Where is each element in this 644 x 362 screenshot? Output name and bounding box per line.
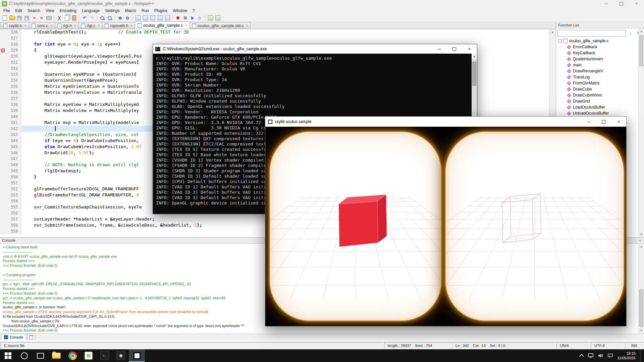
network-icon[interactable] [588,353,593,358]
menu-window[interactable]: Window [170,8,190,14]
macro-playback-icon[interactable] [189,15,196,21]
console-tab[interactable]: Console [1,334,26,340]
status-insert-mode[interactable]: INS [625,342,644,349]
tab-close-icon[interactable]: × [98,24,100,27]
function-list-item-DrawCube[interactable]: DrawCube [556,86,644,92]
function-list-item-ErrorCallback[interactable]: ErrorCallback [556,44,644,50]
zoom-out-icon[interactable]: ⊖ [124,15,131,21]
doc-panel-tab[interactable] [27,334,35,340]
function-list-item-LoadOculusBuffer[interactable]: LoadOculusBuffer [556,104,644,110]
function-list-item-UnloadOculusBuffer[interactable]: UnloadOculusBuffer [556,110,644,116]
tab-core.c[interactable]: core.c× [29,22,55,29]
console-scrollbar-thumb[interactable] [639,289,643,327]
code-line-326[interactable]: 326 rlEnableDepthTest(); // Enable DEPTH… [0,29,549,35]
tab-rlgl.c[interactable]: rlgl.c× [78,22,102,29]
menu-encoding[interactable]: Encoding [57,8,79,14]
terminal-app-button[interactable]: >_ [97,349,113,362]
scroll-up-arrow[interactable]: ▲ [549,29,556,35]
maximize-button[interactable] [614,0,629,7]
find-icon[interactable] [99,15,106,21]
print-icon[interactable] [46,15,52,21]
menu-macro[interactable]: Macro [122,8,139,14]
collapse-expander-icon[interactable]: - [558,39,562,43]
function-list-item-FromOvrMatrix[interactable]: FromOvrMatrix [556,80,644,86]
copy-icon[interactable] [63,15,70,21]
close-button[interactable]: × [611,117,626,127]
close-icon[interactable]: × [31,15,38,21]
tab-close-icon[interactable]: × [130,24,132,27]
notepadpp-taskbar-button[interactable]: N [80,349,97,362]
notepadpp-titlebar[interactable]: N C:\raylib\raylib\examples\oculus_glfw_… [0,0,644,8]
menu-plugins[interactable]: Plugins [152,8,170,14]
maximize-button[interactable] [596,117,611,127]
raylib-taskbar-button[interactable] [129,349,145,362]
close-button[interactable]: × [629,0,644,7]
tab-raymath.h[interactable]: raymath.h× [102,22,135,29]
save-all-icon[interactable] [23,15,30,21]
undo-icon[interactable]: ↶ [81,15,88,21]
tab-oculus_glfw_sample.c[interactable]: oculus_glfw_sample.c× [135,21,190,29]
function-list-root[interactable]: - oculus_glfw_sample.c [556,38,644,44]
minimize-button[interactable] [432,44,447,54]
scroll-up-arrow[interactable]: ▲ [639,244,644,249]
function-list-item-KeyCallback[interactable]: KeyCallback [556,50,644,56]
paste-icon[interactable] [71,15,77,21]
maximize-button[interactable] [447,44,462,54]
tab-rlgl.h[interactable]: rlgl.h× [55,22,79,29]
tab-close-icon[interactable]: × [24,24,26,27]
function-list-item-DrawGrid[interactable]: DrawGrid [556,98,644,104]
file-explorer-button[interactable] [48,349,64,362]
console-scrollbar[interactable]: ▲ ▼ [638,244,644,334]
tab-oculus_glfw_sample.old.c[interactable]: oculus_glfw_sample.old.c× [190,22,251,29]
replace-icon[interactable] [106,15,113,21]
new-file-icon[interactable] [1,15,8,21]
redo-icon[interactable]: ↷ [89,15,95,21]
show-all-characters-icon[interactable] [157,15,163,21]
search-button[interactable] [16,349,32,362]
raylib-titlebar[interactable]: raylib oculus sample × [265,117,626,127]
scroll-up-arrow[interactable]: ▲ [639,28,644,34]
console-close-icon[interactable]: × [639,238,641,242]
volume-icon[interactable] [598,353,603,358]
sync-vertical-icon[interactable] [135,15,141,21]
zoom-in-icon[interactable]: ⊕ [117,15,123,21]
function-list-item-TraceLog[interactable]: TraceLog [556,74,644,80]
tab-close-icon[interactable]: × [74,24,76,27]
tab-raylib.h[interactable]: raylib.h× [1,22,29,29]
status-encoding[interactable]: UTF-8 [591,342,624,349]
menu-help[interactable]: ? [190,8,198,14]
function-list-toggle-icon[interactable] [214,15,221,21]
minimize-button[interactable] [581,117,596,127]
task-view-button[interactable] [32,349,48,362]
tab-close-icon[interactable]: × [50,24,52,27]
open-file-icon[interactable] [9,15,15,21]
scroll-down-arrow[interactable]: ▼ [639,328,644,334]
menu-search[interactable]: Search [25,8,43,14]
function-list-search-input[interactable] [557,30,626,37]
save-icon[interactable] [16,15,23,21]
media-app-button[interactable] [113,349,129,362]
macro-stop-icon[interactable] [182,15,189,21]
menu-language[interactable]: Language [79,8,102,14]
function-list-scrollbar[interactable]: ▲ ▼ [638,28,644,237]
function-list-item-QuaternionInvert[interactable]: QuaternionInvert [556,56,644,62]
macro-record-icon[interactable] [174,15,181,21]
cmd-titlebar[interactable]: C:\ C:\Windows\System32\cmd.exe - oculus… [153,44,477,54]
function-list-item-DrawCubeWires[interactable]: DrawCubeWires [556,92,644,98]
code-line-327[interactable]: 327 [0,35,549,41]
status-eol[interactable]: UNIX [556,342,590,349]
close-all-icon[interactable]: × [38,15,45,21]
menu-edit[interactable]: Edit [12,8,25,14]
tab-close-icon[interactable]: × [246,24,248,27]
menu-file[interactable]: File [1,8,12,14]
menu-run[interactable]: Run [139,8,152,14]
macro-run-multiple-icon[interactable] [197,15,203,21]
function-list-item-main[interactable]: main [556,62,644,68]
minimize-button[interactable] [599,0,614,7]
close-button[interactable]: × [462,44,477,54]
sync-horizontal-icon[interactable] [142,15,149,21]
show-hidden-icons-chevron[interactable] [579,354,584,358]
document-map-icon[interactable] [207,15,214,21]
scroll-down-arrow[interactable]: ▼ [639,232,644,237]
tab-close-icon[interactable]: × [185,23,187,27]
